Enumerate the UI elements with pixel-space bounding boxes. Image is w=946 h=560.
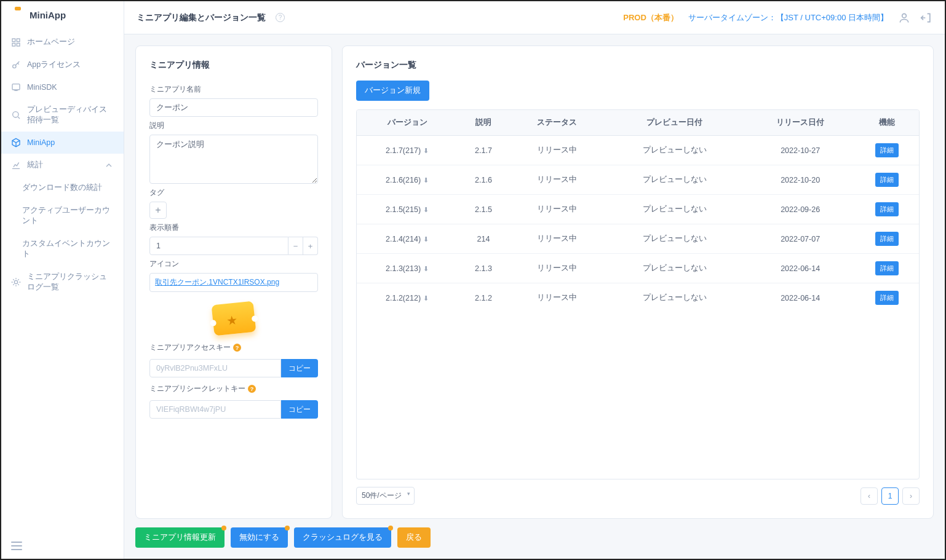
tag-add-button[interactable]: + (149, 202, 167, 219)
sidebar: MiniApp ホームページ Appライセンス MiniSDK プレビューディバ… (1, 1, 124, 559)
access-key-label: ミニアプリアクセスキー ? (149, 342, 318, 353)
name-input[interactable] (149, 98, 318, 117)
download-icon[interactable]: ⬇ (423, 206, 429, 214)
download-icon[interactable]: ⬇ (423, 235, 429, 243)
cell-ops: 詳細 (856, 165, 919, 195)
col-desc: 説明 (458, 110, 509, 136)
cell-preview: プレビューしない (604, 165, 745, 195)
sidebar-item-label: アクティブユーザーカウント (22, 205, 114, 226)
cell-preview: プレビューしない (604, 283, 745, 313)
sidebar-collapse-button[interactable] (11, 542, 22, 550)
cell-preview: プレビューしない (604, 224, 745, 254)
download-icon[interactable]: ⬇ (423, 265, 429, 273)
cell-release: 2022-06-14 (745, 254, 855, 283)
sidebar-item-license[interactable]: Appライセンス (1, 53, 124, 76)
svg-rect-0 (12, 39, 15, 42)
miniapp-info-card: ミニアプリ情報 ミニアプリ名前 説明 クーポン説明 タグ + 表示順番 − + … (135, 45, 332, 519)
sidebar-item-preview-devices[interactable]: プレビューディバイス招待一覧 (1, 98, 124, 132)
sidebar-item-label: プレビューディバイス招待一覧 (27, 105, 114, 125)
download-icon[interactable]: ⬇ (423, 294, 429, 302)
pager-page-button[interactable]: 1 (881, 487, 899, 505)
sidebar-item-active-users[interactable]: アクティブユーザーカウント (1, 199, 124, 232)
badge-icon (221, 526, 226, 530)
table-row: 2.1.7(217)⬇2.1.7リリース中プレビューしない2022-10-27詳… (357, 136, 919, 165)
order-increment-button[interactable]: + (303, 237, 318, 255)
icon-preview: ★ (149, 292, 318, 339)
table-row: 2.1.3(213)⬇2.1.3リリース中プレビューしない2022-06-14詳… (357, 254, 919, 283)
icon-file-link[interactable]: 取引先クーポン.1VNCTX1IRSOX.png (149, 273, 318, 292)
copy-access-key-button[interactable]: コピー (281, 359, 318, 377)
sidebar-item-download-stats[interactable]: ダウンロード数の統計 (1, 176, 124, 199)
card-title: ミニアプリ情報 (149, 60, 318, 71)
col-preview: プレビュー日付 (604, 110, 745, 136)
page-size-select[interactable]: 50件/ページ (356, 487, 415, 505)
sidebar-item-custom-events[interactable]: カスタムイベントカウント (1, 232, 124, 266)
sidebar-item-miniapp[interactable]: MiniApp (1, 132, 124, 154)
cell-desc: 214 (458, 224, 509, 254)
sidebar-item-home[interactable]: ホームページ (1, 31, 124, 53)
download-icon[interactable]: ⬇ (423, 176, 429, 184)
cell-release: 2022-10-20 (745, 165, 855, 195)
pager-prev-button[interactable]: ‹ (861, 487, 878, 505)
detail-button[interactable]: 詳細 (875, 143, 899, 157)
logout-icon[interactable] (920, 12, 932, 24)
svg-rect-5 (12, 84, 20, 90)
page-title: ミニアプリ編集とバージョン一覧 (137, 12, 266, 23)
sidebar-item-label: 統計 (27, 160, 43, 170)
tag-label: タグ (149, 187, 318, 198)
cell-status: リリース中 (509, 195, 605, 224)
sidebar-item-stats[interactable]: 統計 (1, 154, 124, 176)
order-label: 表示順番 (149, 223, 318, 233)
copy-secret-key-button[interactable]: コピー (281, 400, 318, 419)
detail-button[interactable]: 詳細 (875, 173, 899, 187)
brand-icon (11, 9, 25, 21)
update-button[interactable]: ミニアプリ情報更新 (135, 527, 225, 548)
main: ミニアプリ編集とバージョン一覧 ? PROD（本番） サーバータイムゾーン：【J… (124, 1, 945, 559)
cell-version: 2.1.6(216)⬇ (357, 165, 458, 195)
topbar: ミニアプリ編集とバージョン一覧 ? PROD（本番） サーバータイムゾーン：【J… (124, 1, 945, 34)
svg-point-6 (13, 112, 18, 117)
pager-next-button[interactable]: › (902, 487, 920, 505)
detail-button[interactable]: 詳細 (875, 261, 899, 275)
detail-button[interactable]: 詳細 (875, 232, 899, 246)
nav: ホームページ Appライセンス MiniSDK プレビューディバイス招待一覧 M… (1, 28, 124, 533)
sidebar-item-minisdk[interactable]: MiniSDK (1, 76, 124, 98)
col-release: リリース日付 (745, 110, 855, 136)
cell-release: 2022-06-14 (745, 283, 855, 313)
new-version-button[interactable]: バージョン新規 (356, 81, 429, 101)
badge-icon (285, 526, 290, 530)
disable-button[interactable]: 無効にする (231, 527, 288, 548)
crashlog-button[interactable]: クラッシュログを見る (294, 527, 391, 548)
bug-icon (11, 277, 21, 287)
brand-logo[interactable]: MiniApp (1, 1, 124, 28)
order-decrement-button[interactable]: − (288, 237, 303, 255)
cell-ops: 詳細 (856, 136, 919, 165)
cell-release: 2022-07-07 (745, 224, 855, 254)
detail-button[interactable]: 詳細 (875, 291, 899, 305)
svg-point-7 (14, 280, 17, 283)
table-row: 2.1.6(216)⬇2.1.6リリース中プレビューしない2022-10-20詳… (357, 165, 919, 195)
help-icon[interactable]: ? (233, 344, 241, 352)
cell-ops: 詳細 (856, 283, 919, 313)
secret-key-input (149, 400, 281, 419)
help-icon[interactable]: ? (248, 385, 256, 393)
sidebar-item-crashlog[interactable]: ミニアプリクラッシュログ一覧 (1, 266, 124, 299)
table-row: 2.1.2(212)⬇2.1.2リリース中プレビューしない2022-06-14詳… (357, 283, 919, 313)
cell-status: リリース中 (509, 283, 605, 313)
cell-release: 2022-09-26 (745, 195, 855, 224)
cell-ops: 詳細 (856, 254, 919, 283)
sdk-icon (11, 82, 21, 92)
download-icon[interactable]: ⬇ (423, 147, 429, 155)
back-button[interactable]: 戻る (397, 527, 431, 548)
detail-button[interactable]: 詳細 (875, 202, 899, 216)
help-icon[interactable]: ? (276, 13, 285, 22)
secret-key-label: ミニアプリシークレットキー ? (149, 384, 318, 394)
svg-point-8 (902, 14, 907, 18)
order-input[interactable] (149, 237, 288, 255)
user-icon[interactable] (898, 12, 910, 24)
desc-textarea[interactable]: クーポン説明 (149, 135, 318, 184)
cell-desc: 2.1.2 (458, 283, 509, 313)
version-table: バージョン 説明 ステータス プレビュー日付 リリース日付 機能 2.1.7(2… (356, 109, 920, 479)
sidebar-item-label: MiniSDK (27, 83, 57, 92)
cell-desc: 2.1.5 (458, 195, 509, 224)
